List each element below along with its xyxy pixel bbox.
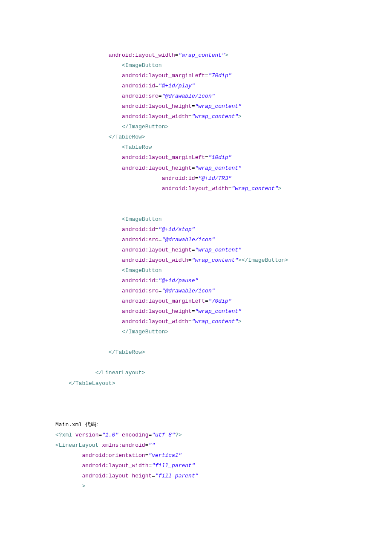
code-token: "wrap_content" — [192, 113, 238, 120]
code-token: "wrap_content" — [195, 103, 242, 110]
code-token: = — [205, 298, 208, 304]
code-token: android:orientation — [82, 452, 145, 459]
code-line: <ImageButton — [55, 61, 392, 71]
code-token: "70dip" — [208, 72, 232, 79]
code-token: ?> — [175, 432, 182, 438]
code-token: Main.xml — [55, 422, 85, 428]
code-token: "wrap_content" — [231, 185, 278, 192]
code-token: </TableRow> — [109, 349, 145, 356]
code-token — [72, 432, 75, 438]
code-token: = — [205, 154, 208, 161]
code-line — [55, 409, 392, 419]
code-token: android:layout_width — [162, 185, 228, 192]
code-token: > — [238, 318, 242, 325]
code-token: "" — [148, 442, 155, 448]
code-token: > — [82, 483, 85, 489]
code-line: </TableLayout> — [55, 379, 392, 389]
code-line: </ImageButton> — [55, 327, 392, 337]
code-line: android:layout_height="wrap_content" — [55, 101, 392, 112]
code-token: android:layout_width — [82, 462, 148, 469]
code-token: ></ImageButton> — [238, 257, 288, 263]
code-token: > — [238, 113, 242, 120]
code-token: </ImageButton> — [122, 124, 168, 130]
code-line: android:id="@+id/stop" — [55, 225, 392, 235]
code-line: </LinearLayout> — [55, 368, 392, 378]
code-token: "70dip" — [208, 298, 232, 304]
code-token: = — [192, 103, 195, 110]
code-line: android:layout_width="wrap_content"> — [55, 50, 392, 61]
code-token: android:id — [122, 278, 155, 284]
code-token: <LinearLayout — [55, 442, 98, 448]
code-line: android:src="@drawable/icon" — [55, 91, 392, 101]
code-token: "wrap_content" — [195, 165, 242, 171]
code-token: <TableRow — [122, 144, 152, 150]
code-token: android:id — [122, 83, 155, 89]
code-token: </TableLayout> — [69, 380, 115, 387]
code-line: android:id="@+id/pause" — [55, 276, 392, 286]
code-line: Main.xml 代码: — [55, 419, 392, 430]
code-line: android:layout_height="wrap_content" — [55, 245, 392, 255]
code-line: android:layout_height="wrap_content" — [55, 306, 392, 317]
code-token: = — [192, 247, 195, 253]
code-line: android:layout_height="wrap_content" — [55, 163, 392, 173]
code-token: android:layout_height — [122, 308, 192, 315]
code-line: </TableRow> — [55, 347, 392, 358]
code-token: = — [175, 52, 179, 58]
code-line: </ImageButton> — [55, 122, 392, 132]
code-token: = — [152, 473, 155, 479]
code-token: android:src — [122, 237, 159, 243]
code-line: android:layout_width="wrap_content"></Im… — [55, 255, 392, 266]
code-token: "fill_parent" — [152, 462, 195, 469]
code-token: > — [225, 52, 228, 58]
code-token: "utf-8" — [152, 432, 175, 438]
code-line: android:orientation="vertical" — [55, 451, 392, 461]
code-token: android:layout_width — [122, 113, 188, 120]
code-token: = — [188, 318, 192, 325]
code-token: = — [159, 237, 162, 243]
code-line: android:layout_marginLeft="70dip" — [55, 296, 392, 306]
code-token: xml — [62, 432, 72, 438]
code-line: android:src="@drawable/icon" — [55, 235, 392, 245]
code-token: = — [205, 72, 208, 79]
code-token: <? — [55, 432, 62, 438]
code-token: encoding — [122, 432, 148, 438]
code-token: "@+id/pause" — [159, 278, 199, 284]
code-token: > — [278, 185, 282, 192]
code-token: <ImageButton — [122, 216, 162, 223]
code-token: android:layout_width — [122, 257, 188, 263]
code-line: <?xml version="1.0" encoding="utf-8"?> — [55, 430, 392, 440]
code-token — [118, 432, 122, 438]
code-line: android:layout_width="wrap_content"> — [55, 112, 392, 122]
code-line: android:layout_height="fill_parent" — [55, 471, 392, 481]
code-token: android:layout_height — [122, 103, 192, 110]
code-token: "wrap_content" — [192, 257, 238, 263]
code-token: "@drawable/icon" — [162, 93, 215, 99]
code-token: android:layout_height — [122, 247, 192, 253]
code-token: android:layout_width — [122, 318, 188, 325]
code-line — [55, 389, 392, 399]
code-token: android:id — [122, 226, 155, 233]
code-line: </TableRow> — [55, 132, 392, 142]
code-token: android:layout_height — [122, 165, 192, 171]
code-line: <LinearLayout xmlns:android="" — [55, 440, 392, 451]
code-token: "@+id/play" — [159, 83, 195, 89]
code-token: android:layout_marginLeft — [122, 154, 205, 161]
code-token: version — [75, 432, 99, 438]
code-line: android:layout_marginLeft="10dip" — [55, 153, 392, 163]
code-token: </LinearLayout> — [95, 370, 145, 376]
code-token: xmlns:android — [102, 442, 145, 448]
code-token: "fill_parent" — [155, 473, 198, 479]
code-line: <TableRow — [55, 142, 392, 153]
code-token: = — [188, 257, 192, 263]
code-line: android:layout_width="fill_parent" — [55, 461, 392, 471]
code-token: = — [188, 113, 192, 120]
code-token: "@drawable/icon" — [162, 237, 215, 243]
code-token: android:src — [122, 93, 159, 99]
code-token: android:layout_marginLeft — [122, 298, 205, 304]
code-line — [55, 358, 392, 368]
code-line: android:layout_marginLeft="70dip" — [55, 71, 392, 81]
code-line: android:layout_width="wrap_content"> — [55, 317, 392, 327]
code-line: android:src="@drawable/icon" — [55, 286, 392, 296]
code-line — [55, 194, 392, 204]
code-line: android:layout_width="wrap_content"> — [55, 184, 392, 194]
